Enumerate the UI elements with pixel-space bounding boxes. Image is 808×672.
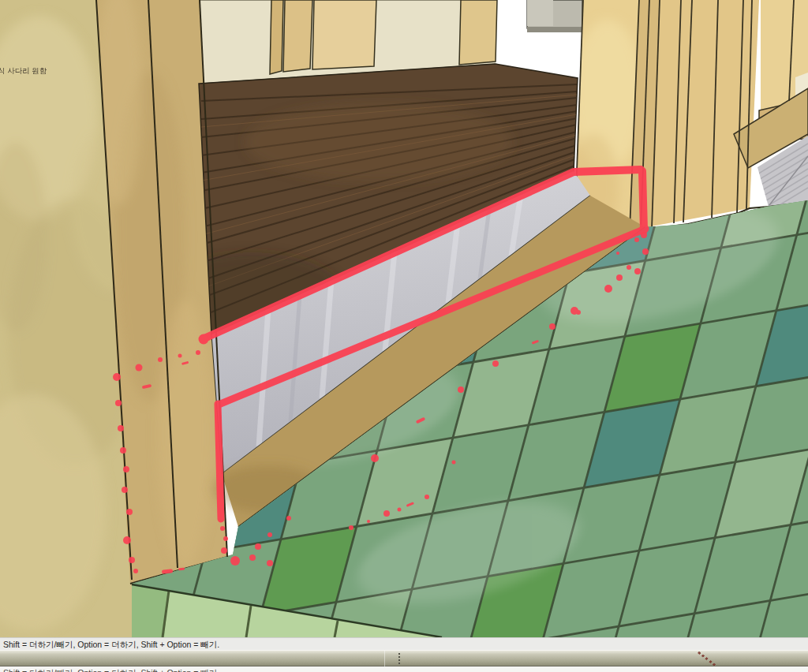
status-hint-text: Shift = 더하기/빼기, Option = 더하기, Shift + Op… [3, 639, 219, 650]
window-void [496, 0, 583, 76]
status-bar: Shift = 더하기/빼기, Option = 더하기, Shift + Op… [0, 637, 808, 650]
3d-viewport[interactable]: 식 사다리 원함 [0, 0, 808, 637]
tray-divider-line [384, 651, 385, 667]
bottom-tray [0, 650, 808, 666]
red-scribble-mark [698, 651, 716, 667]
scene-canvas[interactable] [0, 0, 808, 637]
drag-handle-icon[interactable] [398, 653, 400, 665]
right-framing [568, 0, 808, 237]
scene-text-label: 식 사다리 원함 [0, 66, 47, 77]
sketchup-window: 식 사다리 원함 Shift = 더하기/빼기, Option = 더하기, S… [0, 0, 808, 672]
clipped-status-text: Shift = 더하기/빼기, Option = 더하기, Shift + Op… [3, 668, 219, 672]
clipped-status-line: Shift = 더하기/빼기, Option = 더하기, Shift + Op… [0, 666, 808, 672]
gray-panel [527, 0, 582, 32]
